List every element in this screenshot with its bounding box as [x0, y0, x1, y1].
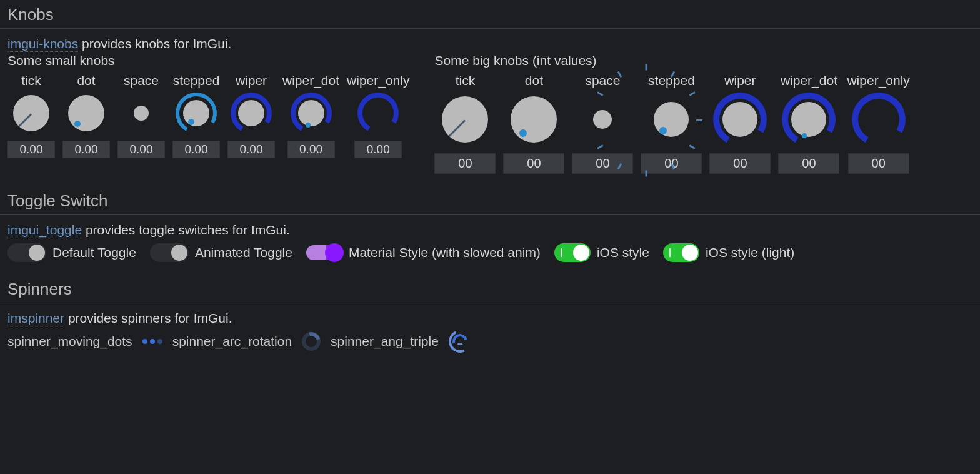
toggle-material-2: Material Style (with slowed anim)	[306, 245, 541, 260]
section-title-spinners: Spinners	[0, 275, 980, 303]
spinners-desc-rest: provides spinners for ImGui.	[64, 311, 232, 325]
knob-label: wiper_only	[847, 73, 909, 88]
spinner-label: spinner_ang_triple	[331, 334, 439, 349]
knob-cell-wiper_dot: wiper_dot00	[778, 73, 839, 174]
toggle-default-0: Default Toggle	[8, 243, 136, 262]
spinner-label: spinner_arc_rotation	[172, 334, 292, 349]
knob-value-input[interactable]: 0.00	[8, 141, 55, 158]
toggle-desc-rest: provides toggle switches for ImGui.	[82, 223, 290, 237]
knob-dot-icon[interactable]	[64, 91, 109, 136]
knob-label: stepped	[173, 73, 220, 88]
knob-space-icon[interactable]	[119, 91, 164, 136]
section-body-toggle: imgui_toggle provides toggle switches fo…	[0, 215, 980, 275]
knob-cell-tick: tick0.00	[8, 73, 55, 158]
link-imgui-knobs[interactable]: imgui-knobs	[8, 36, 78, 52]
section-body-spinners: imspinner provides spinners for ImGui. s…	[0, 303, 980, 365]
knob-label: tick	[21, 73, 41, 88]
spinner-triple-icon	[449, 330, 471, 353]
knob-label: wiper	[236, 73, 267, 88]
toggle-ios-3: iOS style	[554, 243, 649, 262]
knobs-desc-rest: provides knobs for ImGui.	[78, 36, 231, 51]
toggle-default-1: Animated Toggle	[150, 243, 292, 262]
knob-cell-wiper: wiper0.00	[228, 73, 275, 158]
knob-value-input[interactable]: 0.00	[228, 141, 275, 158]
section-title-toggle: Toggle Switch	[0, 186, 980, 215]
knob-cell-wiper_only: wiper_only00	[847, 73, 909, 174]
knob-cell-space: space00	[572, 73, 633, 174]
toggle-label: Material Style (with slowed anim)	[349, 245, 541, 260]
knob-value-input[interactable]: 00	[434, 153, 496, 174]
knob-label: tick	[456, 73, 476, 88]
knob-label: space	[124, 73, 159, 88]
knob-label: space	[585, 73, 620, 88]
knob-tick-icon[interactable]	[9, 91, 54, 136]
knob-value-input[interactable]: 00	[709, 153, 771, 174]
knob-stepped-icon[interactable]	[174, 91, 219, 136]
small-knobs-heading: Some small knobs	[8, 53, 409, 68]
knob-space-icon[interactable]	[574, 91, 631, 148]
link-imgui-toggle[interactable]: imgui_toggle	[8, 223, 82, 238]
knob-value-input[interactable]: 00	[572, 153, 633, 174]
knob-value-input[interactable]: 00	[848, 153, 909, 174]
knob-wiper_only-icon[interactable]	[356, 91, 401, 136]
knob-value-input[interactable]: 0.00	[172, 141, 220, 158]
knob-value-input[interactable]: 00	[503, 153, 564, 174]
toggle-desc: imgui_toggle provides toggle switches fo…	[8, 223, 972, 238]
toggle-switch[interactable]	[306, 245, 342, 260]
knob-cell-tick: tick00	[434, 73, 496, 174]
toggle-label: Animated Toggle	[195, 245, 292, 260]
spinners-desc: imspinner provides spinners for ImGui.	[8, 311, 972, 326]
section-title-knobs: Knobs	[0, 0, 980, 29]
knob-label: dot	[525, 73, 543, 88]
toggle-label: iOS style	[597, 245, 649, 260]
knob-cell-dot: dot00	[503, 73, 564, 174]
knob-wiper_only-icon[interactable]	[850, 91, 908, 148]
knob-value-input[interactable]: 0.00	[354, 141, 402, 158]
section-body-knobs: imgui-knobs provides knobs for ImGui. So…	[0, 29, 980, 186]
knob-value-input[interactable]: 00	[778, 153, 839, 174]
big-knobs-heading: Some big knobs (int values)	[434, 53, 909, 68]
knob-dot-icon[interactable]	[505, 91, 562, 148]
link-imspinner[interactable]: imspinner	[8, 311, 64, 326]
toggle-switch[interactable]	[150, 243, 189, 262]
knob-wiper_dot-icon[interactable]	[289, 91, 334, 136]
toggle-label: iOS style (light)	[706, 245, 794, 260]
knob-cell-dot: dot0.00	[62, 73, 110, 158]
knob-label: wiper_only	[347, 73, 409, 88]
small-knobs-group: Some small knobs tick0.00dot0.00space0.0…	[8, 53, 409, 158]
knob-tick-icon[interactable]	[436, 91, 494, 148]
knob-cell-stepped: stepped0.00	[172, 73, 220, 158]
knob-label: wiper_dot	[781, 73, 838, 88]
toggle-ios-4: iOS style (light)	[663, 243, 794, 262]
spinner-dots-icon	[142, 339, 162, 344]
toggle-switch[interactable]	[554, 243, 591, 262]
knob-cell-space: space0.00	[118, 73, 165, 158]
knob-cell-wiper_dot: wiper_dot0.00	[282, 73, 339, 158]
toggle-label: Default Toggle	[52, 245, 136, 260]
knob-cell-stepped: stepped00	[641, 73, 702, 174]
knob-label: dot	[77, 73, 95, 88]
knob-wiper-icon[interactable]	[229, 91, 274, 136]
spinner-arc-icon	[299, 329, 324, 355]
toggle-switch[interactable]	[8, 243, 46, 262]
knob-stepped_big-icon[interactable]	[642, 91, 700, 148]
knob-value-input[interactable]: 0.00	[288, 141, 335, 158]
knob-wiper_dot-icon[interactable]	[780, 91, 838, 148]
knob-label: wiper_dot	[282, 73, 339, 88]
knob-wiper-icon[interactable]	[711, 91, 769, 148]
toggle-switch[interactable]	[663, 243, 699, 262]
big-knobs-group: Some big knobs (int values) tick00dot00s…	[434, 53, 909, 174]
knobs-desc: imgui-knobs provides knobs for ImGui.	[8, 36, 972, 52]
knob-cell-wiper_only: wiper_only0.00	[347, 73, 409, 158]
knob-value-input[interactable]: 0.00	[62, 141, 110, 158]
knob-label: wiper	[724, 73, 756, 88]
spinner-label: spinner_moving_dots	[8, 334, 132, 349]
knob-value-input[interactable]: 0.00	[118, 141, 165, 158]
knob-cell-wiper: wiper00	[709, 73, 771, 174]
